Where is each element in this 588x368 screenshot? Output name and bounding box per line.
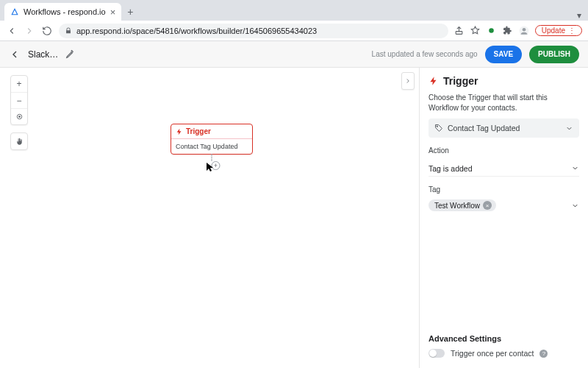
tag-label: Tag [429, 185, 579, 194]
workflow-name[interactable]: Slack… [28, 49, 58, 60]
bolt-icon [176, 128, 183, 135]
update-button[interactable]: Update ⋮ [535, 25, 582, 36]
reload-icon[interactable] [41, 25, 53, 37]
chevron-down-icon [571, 202, 579, 210]
zoom-in-button[interactable]: + [11, 76, 27, 92]
collapse-panel-button[interactable] [401, 72, 415, 90]
more-icon: ⋮ [568, 26, 576, 35]
svg-point-6 [437, 126, 438, 127]
forward-icon [24, 25, 35, 37]
remove-tag-icon[interactable]: × [483, 201, 492, 210]
address-input[interactable]: app.respond.io/space/54816/workflows/bui… [59, 24, 448, 38]
tabs-overflow-icon[interactable]: ▾ [570, 10, 588, 21]
svg-point-3 [522, 27, 526, 31]
trigger-once-toggle[interactable] [429, 349, 445, 358]
profile-avatar[interactable] [519, 26, 529, 36]
advanced-settings-label: Advanced Settings [429, 334, 579, 343]
edit-name-icon[interactable] [65, 49, 75, 59]
action-select[interactable]: Tag is added [429, 160, 579, 177]
help-icon[interactable]: ? [539, 350, 548, 358]
publish-button[interactable]: PUBLISH [529, 46, 579, 63]
svg-point-1 [490, 28, 495, 33]
workflow-back-button[interactable] [9, 49, 21, 60]
tag-chip[interactable]: Test Workflow × [429, 199, 496, 211]
tag-select[interactable]: Test Workflow × [429, 199, 579, 211]
node-subtitle: Contact Tag Updated [171, 139, 252, 154]
browser-address-bar: app.respond.io/space/54816/workflows/bui… [0, 21, 588, 41]
new-tab-button[interactable]: + [121, 3, 139, 21]
action-label: Action [429, 146, 579, 155]
cursor-icon [206, 162, 215, 172]
browser-actions: Update ⋮ [454, 25, 582, 36]
extensions-icon[interactable] [503, 26, 513, 36]
back-icon[interactable] [6, 25, 18, 37]
chevron-down-icon [565, 124, 573, 132]
chevron-down-icon [571, 164, 579, 172]
trigger-node[interactable]: Trigger Contact Tag Updated + [171, 124, 253, 155]
app-toolbar: Slack… Last updated a few seconds ago SA… [0, 41, 588, 68]
save-button[interactable]: SAVE [485, 46, 523, 63]
panel-description: Choose the Trigger that will start this … [429, 93, 579, 113]
bolt-icon [429, 76, 439, 86]
star-icon[interactable] [470, 26, 481, 36]
lock-icon [65, 27, 72, 35]
toggle-label: Trigger once per contact [451, 349, 534, 358]
svg-point-5 [18, 116, 20, 118]
tag-icon [434, 124, 443, 132]
browser-tab-strip: Workflows - respond.io × + ▾ [0, 0, 588, 21]
workflow-canvas[interactable]: + − Trigger Contact Tag Upd [0, 68, 419, 368]
extension-icon[interactable] [487, 26, 497, 36]
zoom-out-button[interactable]: − [11, 92, 27, 108]
last-saved-text: Last updated a few seconds ago [372, 50, 478, 58]
close-icon[interactable]: × [110, 7, 116, 18]
fit-view-button[interactable] [11, 108, 27, 124]
pan-tool-button[interactable] [11, 133, 27, 149]
favicon-icon [10, 7, 19, 16]
share-icon[interactable] [454, 26, 465, 36]
trigger-config-panel: Trigger Choose the Trigger that will sta… [419, 68, 588, 368]
node-title: Trigger [186, 127, 211, 135]
url-text: app.respond.io/space/54816/workflows/bui… [76, 26, 317, 35]
browser-tab[interactable]: Workflows - respond.io × [4, 3, 121, 21]
svg-rect-0 [456, 32, 462, 35]
tab-title: Workflows - respond.io [24, 7, 106, 16]
trigger-type-select[interactable]: Contact Tag Updated [429, 118, 579, 138]
panel-title: Trigger [429, 75, 579, 87]
